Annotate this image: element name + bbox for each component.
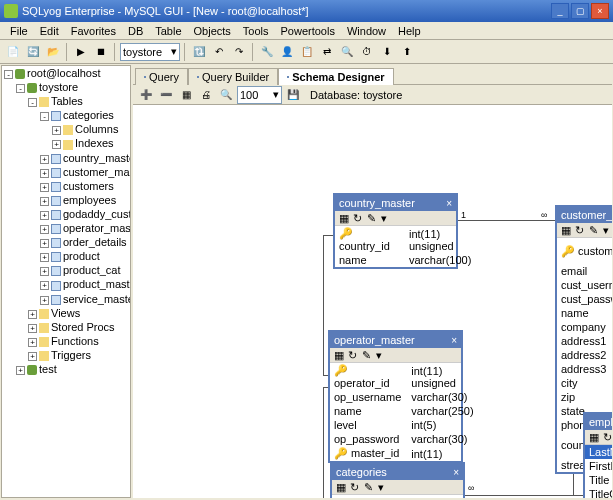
tree-folder-functions[interactable]: +Functions	[28, 334, 130, 348]
tree-folder-stored-procs[interactable]: +Stored Procs	[28, 320, 130, 334]
tree-table-godaddy_customer_master[interactable]: +godaddy_customer_master	[40, 207, 130, 221]
menu-icon[interactable]: ▾	[603, 224, 612, 236]
search-icon[interactable]: 🔍	[338, 43, 356, 61]
menu-table[interactable]: Table	[149, 23, 187, 39]
tree-table-product_master[interactable]: +product_master	[40, 277, 130, 291]
table-icon[interactable]: ▦	[561, 224, 573, 236]
entity-categories[interactable]: categories×▦↻✎▾CategoryNamevarchar(15)De…	[330, 462, 465, 498]
table-icon[interactable]: ▦	[336, 481, 348, 493]
tree-table-employees[interactable]: +employees	[40, 193, 130, 207]
column-row[interactable]: cust_usernamevarchar(255)	[557, 278, 612, 292]
tree-db-test[interactable]: +test	[16, 362, 130, 376]
entity-operator_master[interactable]: operator_master×▦↻✎▾🔑 operator_idint(11)…	[328, 330, 463, 463]
tree-table-categories[interactable]: -categories	[40, 108, 130, 122]
tree-db-toystore[interactable]: -toystore	[16, 80, 130, 94]
stop-icon[interactable]: ⏹	[92, 43, 110, 61]
undo-icon[interactable]: ↶	[210, 43, 228, 61]
menu-objects[interactable]: Objects	[188, 23, 237, 39]
export-icon[interactable]: ⬆	[398, 43, 416, 61]
tree-table-service_master[interactable]: +service_master	[40, 292, 130, 306]
menu-powertools[interactable]: Powertools	[275, 23, 341, 39]
edit-icon[interactable]: ✎	[362, 349, 374, 361]
refresh-icon[interactable]: ↻	[603, 431, 612, 443]
refresh-icon[interactable]: ↻	[350, 481, 362, 493]
column-row[interactable]: 🔑 master_idint(11)	[330, 446, 480, 461]
tree-table-operator_master[interactable]: +operator_master	[40, 221, 130, 235]
table-icon[interactable]: ▦	[334, 349, 346, 361]
tree-sub-columns[interactable]: +Columns	[52, 122, 130, 136]
column-row[interactable]: zipvarchar(50)	[557, 390, 612, 404]
execute-icon[interactable]: ▶	[72, 43, 90, 61]
column-row[interactable]: CategoryNamevarchar(15)	[332, 495, 482, 498]
transfer-icon[interactable]: ⇄	[318, 43, 336, 61]
maximize-button[interactable]: ▢	[571, 3, 589, 19]
menu-edit[interactable]: Edit	[34, 23, 65, 39]
save-icon[interactable]: 💾	[284, 86, 302, 104]
menu-help[interactable]: Help	[392, 23, 427, 39]
table-icon[interactable]: ▦	[339, 212, 351, 224]
import-icon[interactable]: ⬇	[378, 43, 396, 61]
column-row[interactable]: address2varchar(100)	[557, 348, 612, 362]
column-row[interactable]: FirstNamevarchar(10)	[585, 459, 612, 473]
column-row[interactable]: TitleOfCourtesyvarchar(25)	[585, 487, 612, 498]
tab-query[interactable]: Query	[135, 68, 188, 85]
column-row[interactable]: companyvarchar(255)	[557, 320, 612, 334]
tree-table-product_cat[interactable]: +product_cat	[40, 263, 130, 277]
close-button[interactable]: ×	[591, 3, 609, 19]
menu-icon[interactable]: ▾	[378, 481, 390, 493]
column-row[interactable]: namevarchar(100)	[557, 306, 612, 320]
tree-table-product[interactable]: +product	[40, 249, 130, 263]
column-row[interactable]: emailvarchar(255)	[557, 264, 612, 278]
column-row[interactable]: address1varchar(100)	[557, 334, 612, 348]
tree-host[interactable]: -root@localhost	[4, 66, 130, 80]
print-icon[interactable]: 🖨	[197, 86, 215, 104]
column-row[interactable]: LastNamevarchar(20)	[585, 445, 612, 459]
redo-icon[interactable]: ↷	[230, 43, 248, 61]
entity-employees[interactable]: employees×▦↻✎▾LastNamevarchar(20)FirstNa…	[583, 412, 612, 498]
column-row[interactable]: op_usernamevarchar(30)	[330, 390, 480, 404]
column-row[interactable]: namevarchar(100)	[335, 253, 477, 267]
entity-header[interactable]: categories×	[332, 464, 463, 480]
tree-table-country_master[interactable]: +country_master	[40, 151, 130, 165]
edit-icon[interactable]: ✎	[367, 212, 379, 224]
tree-folder-views[interactable]: +Views	[28, 306, 130, 320]
tree-folder-triggers[interactable]: +Triggers	[28, 348, 130, 362]
schedule-icon[interactable]: ⏱	[358, 43, 376, 61]
new-connection-icon[interactable]: 📄	[4, 43, 22, 61]
open-icon[interactable]: 📂	[44, 43, 62, 61]
entity-close-icon[interactable]: ×	[446, 198, 452, 209]
add-icon[interactable]: ➕	[137, 86, 155, 104]
tree-table-customers[interactable]: +customers	[40, 179, 130, 193]
column-row[interactable]: cust_passwordvarchar(40)	[557, 292, 612, 306]
reconnect-icon[interactable]: 🔄	[24, 43, 42, 61]
tree-sub-indexes[interactable]: +Indexes	[52, 136, 130, 150]
database-select[interactable]: toystore ▾	[120, 43, 180, 61]
column-row[interactable]: cityvarchar(100)	[557, 376, 612, 390]
column-row[interactable]: namevarchar(250)	[330, 404, 480, 418]
entity-header[interactable]: employees×	[585, 414, 612, 430]
menu-file[interactable]: File	[4, 23, 34, 39]
tab-query-builder[interactable]: Query Builder	[188, 68, 278, 85]
column-row[interactable]: 🔑 operator_idint(11) unsigned	[330, 363, 480, 390]
entity-header[interactable]: country_master×	[335, 195, 456, 211]
entity-header[interactable]: customer_master×	[557, 207, 612, 223]
refresh-icon[interactable]: 🔃	[190, 43, 208, 61]
menu-db[interactable]: DB	[122, 23, 149, 39]
column-row[interactable]: Titlevarchar(30)	[585, 473, 612, 487]
object-browser[interactable]: -root@localhost-toystore-Tables-categori…	[1, 65, 131, 498]
tree-folder-tables[interactable]: -Tables	[28, 94, 130, 108]
table-icon[interactable]: ▦	[589, 431, 601, 443]
menu-window[interactable]: Window	[341, 23, 392, 39]
zoom-icon[interactable]: 🔍	[217, 86, 235, 104]
menu-favorites[interactable]: Favorites	[65, 23, 122, 39]
tree-table-customer_master[interactable]: +customer_master	[40, 165, 130, 179]
edit-icon[interactable]: ✎	[589, 224, 601, 236]
refresh-icon[interactable]: ↻	[348, 349, 360, 361]
entity-country_master[interactable]: country_master×▦↻✎▾🔑 country_idint(11) u…	[333, 193, 458, 269]
tool-icon[interactable]: 🔧	[258, 43, 276, 61]
schema-canvas[interactable]: 1 ∞ 1 ∞ country_master×▦↻✎▾🔑 country_idi…	[133, 105, 612, 498]
minimize-button[interactable]: _	[551, 3, 569, 19]
menu-icon[interactable]: ▾	[376, 349, 388, 361]
tree-table-order_details[interactable]: +order_details	[40, 235, 130, 249]
menu-tools[interactable]: Tools	[237, 23, 275, 39]
